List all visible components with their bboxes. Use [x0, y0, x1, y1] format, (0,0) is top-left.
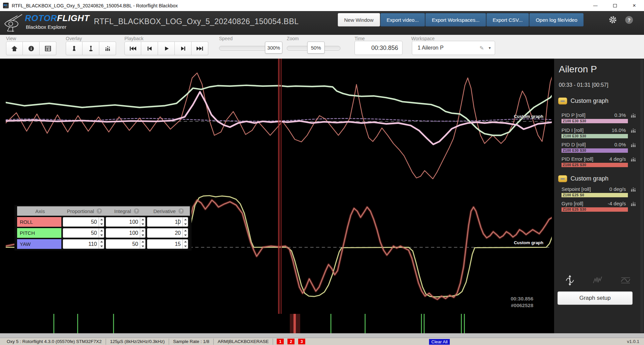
event-mark — [424, 314, 425, 333]
log-viewer-button[interactable] — [40, 42, 56, 55]
collapse-group-button[interactable] — [558, 97, 567, 105]
field-pid-p-roll[interactable]: PID P [roll]0.3% Z100 E30 S30 — [561, 112, 628, 123]
field-settings-bar: Z100 E25 S30 — [561, 207, 628, 212]
spinner-arrows[interactable] — [99, 228, 104, 237]
new-window-button[interactable]: New Window — [338, 13, 380, 26]
play-pause-button[interactable] — [158, 42, 175, 55]
speed-slider[interactable] — [219, 46, 267, 51]
yaw-i-spinner[interactable]: 50 — [106, 239, 146, 249]
spectrum-icon[interactable] — [631, 157, 637, 161]
analyzer-overlay-button[interactable] — [99, 42, 116, 55]
yaw-p-spinner[interactable]: 110 — [63, 239, 104, 249]
step-back-button[interactable] — [141, 42, 158, 55]
pid-header-axis: Axis — [17, 208, 63, 214]
close-button[interactable]: ✕ — [625, 0, 644, 11]
pid-row-pitch: PITCH 50 100 20 — [17, 228, 190, 238]
spinner-arrows[interactable] — [140, 228, 145, 237]
jump-to-end-button[interactable] — [192, 42, 208, 55]
field-gyro-roll[interactable]: Gyro [roll]-4 deg/s Z100 E25 S30 — [561, 201, 628, 212]
graph2-label: Custom graph — [503, 240, 543, 245]
log-index-badge-3[interactable]: 3 — [298, 339, 305, 344]
field-pid-i-roll[interactable]: PID I [roll]16.0% Z100 E30 S30 — [561, 127, 628, 138]
log-graphs-canvas[interactable] — [6, 59, 552, 314]
spectrum-icon[interactable] — [631, 187, 637, 192]
speed-value-bubble[interactable]: 300% — [265, 42, 282, 54]
roll-p-spinner[interactable]: 50 — [63, 217, 104, 227]
field-pid-d-roll[interactable]: PID D [roll]0.0% Z100 E30 S30 — [561, 142, 628, 153]
spectrum-icon[interactable] — [631, 113, 637, 118]
maximize-button[interactable] — [605, 0, 625, 11]
rename-workspace-icon[interactable]: ✎ — [480, 45, 484, 51]
spinner-arrows[interactable] — [182, 239, 188, 249]
export-csv-button[interactable]: Export CSV... — [486, 13, 529, 26]
field-settings-bar: Z100 E25 S0 — [561, 193, 628, 197]
log-index-badge-1[interactable]: 1 — [277, 339, 284, 344]
chart-area[interactable]: Custom graph Custom graph 00:30.856 #006… — [0, 59, 554, 333]
pitch-d-spinner[interactable]: 20 — [147, 228, 188, 238]
roll-i-spinner[interactable]: 100 — [106, 217, 146, 227]
skip-end-icon — [196, 46, 204, 51]
minimize-button[interactable]: — — [586, 0, 605, 11]
settings-gear-icon[interactable] — [608, 15, 617, 24]
zoom-vertical-tool-icon[interactable] — [565, 275, 575, 286]
sticks-overlay-button[interactable] — [83, 42, 99, 55]
next-frame-icon — [179, 46, 187, 51]
pitch-i-spinner[interactable]: 100 — [106, 228, 146, 238]
help-circle-icon[interactable]: ? — [97, 208, 102, 214]
export-video-button[interactable]: Export video... — [380, 13, 425, 26]
collapse-group-button[interactable] — [558, 175, 567, 182]
toolbar: View Overlay Playback Speed Zoom Time Wo… — [0, 35, 644, 59]
spectrum-icon[interactable] — [631, 128, 637, 133]
field-pid-error-roll[interactable]: PID Error [roll]4 deg/s Z100 E25 S30 — [561, 156, 628, 167]
pitch-p-spinner[interactable]: 50 — [63, 228, 104, 238]
table-icon — [45, 46, 51, 51]
workspace-dropdown[interactable]: 1 Aileron P ✎ ▾ — [412, 41, 495, 55]
graph1-label: Custom graph — [503, 114, 543, 119]
clear-all-button[interactable]: Clear All — [429, 339, 450, 345]
pid-row-roll: ROLL 50 100 10 — [17, 217, 190, 227]
status-looptime: 125µS (8kHz/2kHz/0.3kHz) — [106, 339, 169, 345]
roll-d-spinner[interactable]: 10 — [147, 217, 188, 227]
spinner-arrows[interactable] — [99, 217, 104, 226]
spinner-arrows[interactable] — [182, 217, 188, 226]
event-mark — [53, 314, 54, 333]
axis-label-yaw: YAW — [17, 239, 61, 249]
spectrum-icon[interactable] — [631, 142, 637, 147]
time-input[interactable]: 00:30.856 — [355, 41, 402, 55]
zoom-value-bubble[interactable]: 50% — [307, 42, 325, 54]
graph-setup-button[interactable]: Graph setup — [557, 291, 633, 305]
horizontal-scrollbar[interactable] — [0, 333, 644, 338]
spectrum-icon[interactable] — [631, 201, 637, 206]
help-circle-icon[interactable]: ? — [178, 208, 184, 214]
spinner-arrows[interactable] — [140, 217, 145, 226]
open-log-button[interactable]: Open log file/video — [529, 13, 584, 26]
seek-bar[interactable] — [6, 314, 552, 333]
log-index-badge-2[interactable]: 2 — [287, 339, 294, 344]
help-icon[interactable]: ? — [625, 16, 633, 24]
jump-to-start-button[interactable] — [124, 42, 141, 55]
yaw-d-spinner[interactable]: 15 — [147, 239, 188, 249]
sidebar-scrollbar[interactable] — [640, 59, 643, 333]
craft-overlay-button[interactable] — [66, 42, 83, 55]
log-info-button[interactable] — [23, 42, 40, 55]
time-section-label: Time — [355, 36, 365, 41]
playback-button-group — [124, 42, 208, 55]
workspace-title: Aileron P — [559, 64, 597, 75]
spinner-arrows[interactable] — [140, 239, 145, 249]
axis-label-roll: ROLL — [17, 217, 61, 227]
step-forward-button[interactable] — [175, 42, 192, 55]
sidebar-tools — [554, 275, 644, 286]
help-circle-icon[interactable]: ? — [134, 208, 139, 214]
logo-word-flight: FLIGHT — [57, 13, 90, 23]
axis-label-pitch: PITCH — [17, 228, 61, 238]
home-view-button[interactable] — [6, 42, 23, 55]
spinner-arrows[interactable] — [99, 239, 104, 249]
expand-tool-icon[interactable] — [593, 275, 603, 286]
sticks-icon — [89, 46, 93, 52]
field-settings-bar: Z100 E30 S30 — [561, 148, 628, 153]
field-setpoint-roll[interactable]: Setpoint [roll]0 deg/s Z100 E25 S0 — [561, 186, 628, 197]
rotorflight-logo-icon — [3, 12, 24, 33]
export-workspaces-button[interactable]: Export Workspaces... — [425, 13, 486, 26]
spinner-arrows[interactable] — [182, 228, 188, 237]
smoothing-tool-icon[interactable] — [621, 275, 631, 286]
